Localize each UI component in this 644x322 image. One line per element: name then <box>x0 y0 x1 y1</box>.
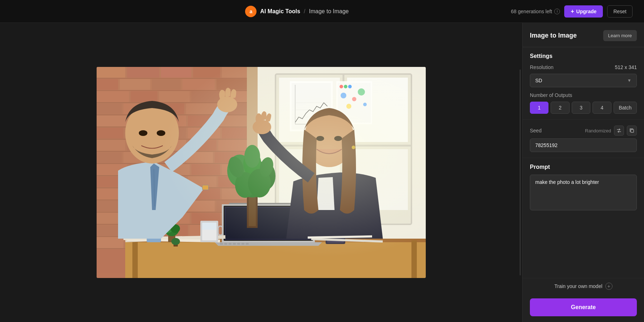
panel-title: Image to Image <box>530 32 577 39</box>
topbar: a AI Magic Tools / Image to Image 68 gen… <box>0 0 644 23</box>
panel-header: Image to Image Learn more <box>523 23 644 47</box>
outputs-buttons: 1 2 3 4 Batch <box>530 102 637 114</box>
seed-actions: Randomized <box>585 126 637 136</box>
resolution-dropdown[interactable]: SD ▼ <box>530 74 637 87</box>
generations-left: 68 generations left i <box>511 9 560 14</box>
resolution-label: Resolution <box>530 64 553 70</box>
chevron-down-icon: ▼ <box>627 78 631 83</box>
upgrade-button[interactable]: Upgrade <box>564 5 603 18</box>
resolution-row: Resolution 512 x 341 <box>530 64 637 70</box>
resolution-value: 512 x 341 <box>615 64 637 70</box>
output-2-button[interactable]: 2 <box>551 102 569 114</box>
output-batch-button[interactable]: Batch <box>614 102 637 114</box>
prompt-label: Prompt <box>530 164 637 170</box>
outputs-label: Number of Outputs <box>530 92 637 98</box>
seed-row: Seed Randomized <box>530 126 637 136</box>
seed-copy-button[interactable] <box>627 126 637 136</box>
generate-button[interactable]: Generate <box>530 298 637 316</box>
svg-rect-183 <box>97 67 426 278</box>
image-area <box>0 23 522 322</box>
seed-randomize-button[interactable] <box>614 126 624 136</box>
main-content: Image to Image Learn more Settings Resol… <box>0 23 644 322</box>
generations-left-text: 68 generations left <box>511 9 552 14</box>
prompt-section: Prompt make the photo a lot brighter <box>523 158 644 278</box>
info-icon[interactable]: i <box>554 9 560 14</box>
resolution-option: SD <box>535 78 542 83</box>
train-model-plus-icon: + <box>605 283 613 290</box>
svg-point-187 <box>171 238 180 245</box>
output-3-button[interactable]: 3 <box>572 102 590 114</box>
brand-name: AI Magic Tools <box>260 8 300 15</box>
settings-panel: Image to Image Learn more Settings Resol… <box>522 23 644 322</box>
learn-more-button[interactable]: Learn more <box>603 30 637 41</box>
train-model-row[interactable]: Train your own model + <box>523 278 644 294</box>
seed-randomized-text: Randomized <box>585 128 611 133</box>
settings-section: Settings Resolution 512 x 341 SD ▼ Numbe… <box>523 47 644 120</box>
output-1-button[interactable]: 1 <box>530 102 548 114</box>
breadcrumb-separator: / <box>304 8 305 15</box>
breadcrumb-current: Image to Image <box>309 8 349 15</box>
settings-section-title: Settings <box>530 53 637 59</box>
seed-input[interactable] <box>530 138 637 152</box>
seed-label: Seed <box>530 128 542 133</box>
train-model-text: Train your own model <box>554 283 602 289</box>
reset-button[interactable]: Reset <box>607 5 633 18</box>
prompt-textarea[interactable]: make the photo a lot brighter <box>530 175 637 210</box>
brand-icon: a <box>245 6 257 17</box>
output-4-button[interactable]: 4 <box>592 102 611 114</box>
uploaded-image[interactable] <box>97 67 426 278</box>
topbar-center: a AI Magic Tools / Image to Image <box>245 6 348 17</box>
seed-section: Seed Randomized <box>523 120 644 158</box>
svg-rect-188 <box>631 130 634 132</box>
topbar-right: 68 generations left i Upgrade Reset <box>511 5 633 18</box>
scrollbar[interactable] <box>519 69 521 275</box>
